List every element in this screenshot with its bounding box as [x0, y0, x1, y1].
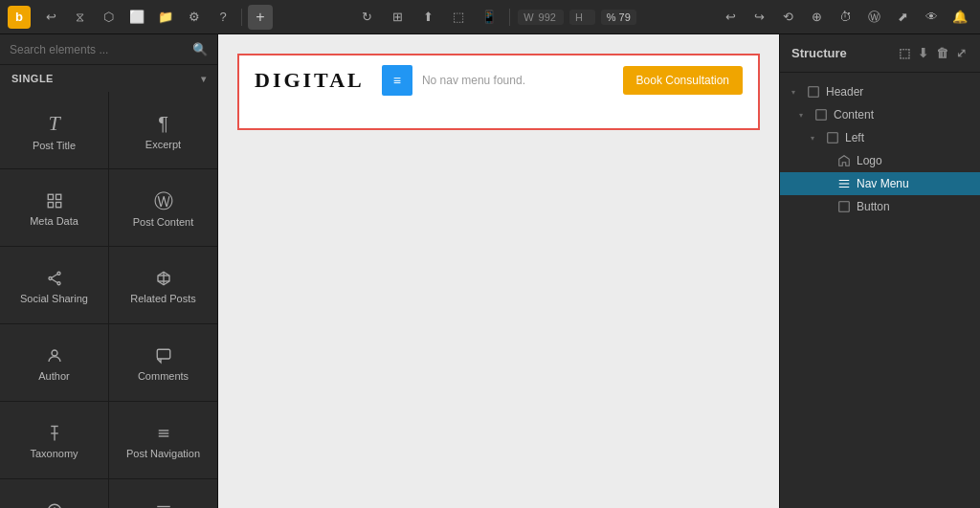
chevron-icon[interactable]: ▾	[201, 74, 207, 84]
search-bar: 🔍	[0, 34, 217, 65]
upload-icon[interactable]: ⬆	[415, 5, 440, 30]
post-title-icon: T	[48, 113, 59, 134]
tree-left-label: Left	[845, 131, 864, 144]
logo-button[interactable]: b	[8, 6, 31, 29]
help-icon[interactable]: ?	[211, 5, 235, 30]
svg-rect-3	[56, 203, 60, 208]
widget-reading-time[interactable]: Reading time	[0, 479, 108, 508]
widget-related-posts-label: Related Posts	[130, 293, 195, 304]
widget-reading-progress[interactable]: Reading progre...	[109, 479, 217, 508]
widget-meta-data[interactable]: Meta Data	[0, 169, 108, 246]
w-label: W	[523, 11, 533, 23]
svg-rect-28	[816, 110, 827, 121]
refresh-icon[interactable]: ↻	[354, 5, 379, 30]
shield-icon[interactable]: ⬡	[96, 5, 121, 30]
top-bar: b ↩ ⧖ ⬡ ⬜ 📁 ⚙ ? + ↻ ⊞ ⬆ ⬚ 📱 W 992 H % 79…	[0, 0, 980, 34]
related-posts-icon	[155, 270, 172, 287]
clock2-icon[interactable]: ⏱	[833, 5, 858, 30]
eye-icon[interactable]: 👁	[919, 5, 944, 30]
section-header: SINGLE ▾	[0, 65, 217, 92]
separator	[241, 9, 242, 26]
add-element-button[interactable]: +	[248, 5, 273, 30]
h-label: H	[575, 11, 583, 23]
separator2	[509, 9, 510, 26]
widget-related-posts[interactable]: Related Posts	[109, 247, 217, 323]
width-field[interactable]: W 992	[518, 10, 564, 25]
widget-comments[interactable]: Comments	[109, 324, 217, 401]
copy-structure-icon[interactable]: ⬚	[897, 44, 912, 62]
svg-line-8	[52, 279, 57, 283]
structure-actions: ⬚ ⬇ 🗑 ⤢	[897, 44, 969, 62]
copy-icon[interactable]: ⬚	[446, 5, 471, 30]
chevron-header: ▾	[791, 88, 801, 97]
tree-logo-label: Logo	[857, 154, 882, 167]
taxonomy-icon	[46, 425, 63, 442]
widget-excerpt[interactable]: ¶ Excerpt	[109, 92, 217, 168]
widget-taxonomy[interactable]: Taxonomy	[0, 402, 108, 478]
widget-social-sharing[interactable]: Social Sharing	[0, 247, 108, 323]
main-area: 🔍 SINGLE ▾ T Post Title ¶ Excerpt	[0, 34, 980, 508]
wp-icon[interactable]: Ⓦ	[861, 5, 886, 30]
tree-item-button[interactable]: Button	[780, 195, 980, 218]
content-box-icon	[814, 108, 828, 121]
undo2-icon[interactable]: ↩	[718, 5, 743, 30]
tree-item-header[interactable]: ▾ Header	[780, 80, 980, 103]
nav-menu-button[interactable]: ≡	[382, 65, 412, 96]
svg-rect-2	[48, 203, 53, 208]
redo-icon[interactable]: ↪	[746, 5, 771, 30]
tree-item-left[interactable]: ▾ Left	[780, 126, 980, 149]
page-icon[interactable]: ⬜	[124, 5, 149, 30]
excerpt-icon: ¶	[158, 114, 168, 133]
comments-icon	[155, 347, 172, 364]
export-icon[interactable]: ⬈	[890, 5, 915, 30]
percent-label: %	[607, 11, 616, 23]
download-structure-icon[interactable]: ⬇	[916, 44, 930, 62]
nav-menu-icon	[837, 177, 851, 190]
svg-point-6	[57, 282, 60, 285]
delete-structure-icon[interactable]: 🗑	[934, 44, 950, 62]
widget-post-navigation-label: Post Navigation	[126, 448, 200, 459]
widget-comments-label: Comments	[138, 370, 189, 382]
widget-post-title-label: Post Title	[33, 140, 76, 151]
back-icon[interactable]: ⟲	[775, 5, 800, 30]
zoom-field[interactable]: % 79	[601, 10, 636, 25]
mobile-icon[interactable]: 📱	[477, 5, 501, 30]
tree-item-content[interactable]: ▾ Content	[780, 103, 980, 126]
tree-content-label: Content	[834, 108, 874, 121]
tree-nav-menu-label: Nav Menu	[857, 177, 909, 190]
svg-rect-14	[157, 349, 170, 359]
align-icon[interactable]: ⊞	[385, 5, 410, 30]
reading-time-icon	[46, 502, 63, 508]
notifications-icon[interactable]: 🔔	[947, 5, 972, 30]
layers-icon[interactable]: ⊕	[804, 5, 829, 30]
widget-post-navigation[interactable]: Post Navigation	[109, 402, 217, 478]
height-field[interactable]: H	[569, 10, 595, 25]
widget-excerpt-label: Excerpt	[145, 139, 181, 150]
left-box-icon	[826, 131, 839, 144]
widget-social-sharing-label: Social Sharing	[20, 293, 88, 304]
nav-bar-preview: DIGITAL ≡ No nav menu found. Book Consul…	[239, 55, 758, 105]
tree-item-logo[interactable]: Logo	[780, 149, 980, 172]
undo-icon[interactable]: ↩	[38, 5, 63, 30]
tree-item-nav-menu[interactable]: Nav Menu	[780, 172, 980, 195]
w-value: 992	[539, 11, 556, 23]
history-icon[interactable]: ⧖	[67, 5, 92, 30]
folder-icon[interactable]: 📁	[153, 5, 178, 30]
author-icon	[46, 347, 63, 364]
svg-rect-33	[839, 202, 850, 212]
social-sharing-icon	[46, 270, 63, 287]
widget-meta-data-label: Meta Data	[30, 215, 78, 227]
widget-author[interactable]: Author	[0, 324, 108, 401]
chevron-left: ▾	[811, 134, 820, 143]
structure-title: Structure	[791, 46, 847, 60]
widget-post-title[interactable]: T Post Title	[0, 92, 108, 168]
settings-icon[interactable]: ⚙	[182, 5, 207, 30]
widget-post-content[interactable]: Ⓦ Post Content	[109, 169, 217, 246]
nav-cta-button[interactable]: Book Consultation	[623, 66, 743, 95]
expand-structure-icon[interactable]: ⤢	[954, 44, 969, 62]
tree-button-label: Button	[857, 200, 890, 213]
search-input[interactable]	[10, 43, 187, 56]
top-bar-right: ↩ ↪ ⟲ ⊕ ⏱ Ⓦ ⬈ 👁 🔔	[718, 5, 972, 30]
chevron-content: ▾	[799, 111, 809, 120]
svg-point-13	[52, 350, 57, 356]
